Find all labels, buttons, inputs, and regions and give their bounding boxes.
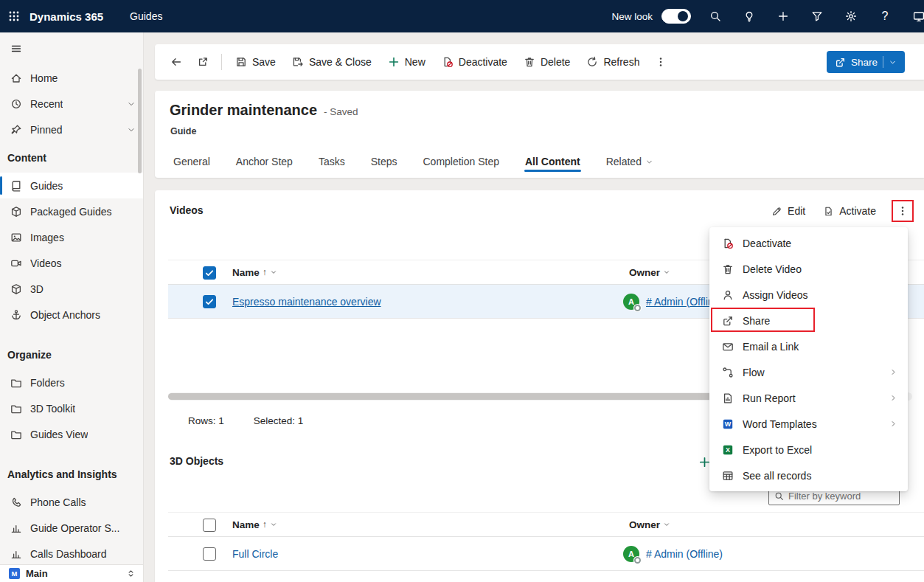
column-header-owner[interactable]: Owner xyxy=(629,513,670,536)
row-checkbox[interactable] xyxy=(203,295,216,308)
more-commands-button[interactable] xyxy=(648,49,673,75)
tab-related[interactable]: Related xyxy=(605,156,654,178)
sidebar-item-guides[interactable]: Guides xyxy=(0,173,143,198)
scrollbar-thumb[interactable] xyxy=(168,393,719,400)
delete-button[interactable]: Delete xyxy=(516,49,577,75)
videos-more-commands-button[interactable] xyxy=(894,202,911,220)
share-button[interactable]: Share xyxy=(827,51,905,73)
menu-item-run-report[interactable]: Run Report xyxy=(709,385,908,411)
sidebar-item-packaged-guides[interactable]: Packaged Guides xyxy=(0,198,143,224)
tab-tasks[interactable]: Tasks xyxy=(318,156,346,178)
area-switcher[interactable]: M Main xyxy=(0,564,143,582)
sidebar-item-calls-dashboard[interactable]: Calls Dashboard xyxy=(0,541,143,567)
sort-ascending-icon: ↑ xyxy=(263,519,267,530)
menu-item-see-all-records[interactable]: See all records xyxy=(709,463,908,488)
new-look-toggle[interactable] xyxy=(661,9,691,24)
filter-keyword-input[interactable] xyxy=(788,491,894,502)
menu-item-share[interactable]: Share xyxy=(709,308,908,333)
toggle-knob xyxy=(678,11,688,21)
sidebar-item-guides-view[interactable]: Guides View xyxy=(0,421,143,447)
app-name[interactable]: Guides xyxy=(130,10,162,22)
back-button[interactable] xyxy=(164,49,189,75)
filter-button[interactable] xyxy=(800,0,834,32)
sidebar-item-label: Pinned xyxy=(30,124,63,136)
column-header-owner[interactable]: Owner xyxy=(629,260,670,284)
menu-item-export-to-excel[interactable]: Export to Excel xyxy=(709,437,908,463)
save-and-close-button[interactable]: Save & Close xyxy=(285,49,379,75)
refresh-button[interactable]: Refresh xyxy=(579,49,647,75)
folder-icon xyxy=(10,429,22,440)
quick-create-button[interactable] xyxy=(766,0,800,32)
help-button[interactable]: ? xyxy=(868,0,902,32)
table-row[interactable]: Full Circle A # Admin (Offline) xyxy=(168,537,924,571)
refresh-label: Refresh xyxy=(603,56,639,68)
sidebar-item-home[interactable]: Home xyxy=(0,65,143,91)
area-switch-icon xyxy=(126,569,136,578)
sidebar-item-videos[interactable]: Videos xyxy=(0,250,143,276)
open-in-new-window-button[interactable] xyxy=(190,49,215,75)
sidebar-item-label: Object Anchors xyxy=(30,309,100,321)
sidebar-scrollbar[interactable] xyxy=(138,69,142,173)
video-record-link[interactable]: Espresso maintenance overview xyxy=(232,296,381,308)
menu-item-word-templates[interactable]: Word Templates xyxy=(709,411,908,437)
sidebar-item-label: Videos xyxy=(30,257,62,269)
tab-all-content[interactable]: All Content xyxy=(524,156,581,178)
video-camera-icon xyxy=(10,257,22,269)
menu-item-email-a-link[interactable]: Email a Link xyxy=(709,333,908,359)
sidebar-item-3d-toolkit[interactable]: 3D Toolkit xyxy=(0,395,143,421)
activate-icon xyxy=(823,206,834,217)
sidebar-item-recent[interactable]: Recent xyxy=(0,91,143,117)
select-all-checkbox[interactable] xyxy=(203,519,216,532)
menu-item-flow[interactable]: Flow xyxy=(709,359,908,385)
new-button[interactable]: New xyxy=(381,49,433,75)
sidebar-item-object-anchors[interactable]: Object Anchors xyxy=(0,302,143,328)
deactivate-button[interactable]: Deactivate xyxy=(434,49,515,75)
activate-button[interactable]: Activate xyxy=(815,199,884,223)
edit-label: Edit xyxy=(788,205,805,217)
menu-item-delete-video[interactable]: Delete Video xyxy=(709,256,908,282)
avatar: A xyxy=(623,546,639,562)
sidebar-section-organize: Organize xyxy=(0,328,143,370)
new-look-label: New look xyxy=(611,11,653,22)
app-launcher-icon[interactable] xyxy=(0,0,28,32)
sidebar-item-phone-calls[interactable]: Phone Calls xyxy=(0,489,143,515)
owner-link[interactable]: # Admin (Offline) xyxy=(646,548,723,560)
sidebar-item-pinned[interactable]: Pinned xyxy=(0,117,143,142)
sidebar-item-3d[interactable]: 3D xyxy=(0,276,143,302)
sidebar-item-label: Calls Dashboard xyxy=(30,548,107,560)
column-header-name[interactable]: Name↑ xyxy=(232,513,277,536)
share-icon xyxy=(835,57,846,68)
plus-icon xyxy=(388,56,400,68)
area-label: Main xyxy=(26,568,48,579)
chevron-down-icon xyxy=(270,521,277,528)
chevron-right-icon xyxy=(889,420,897,428)
search-button[interactable] xyxy=(698,0,732,32)
search-icon xyxy=(774,491,784,501)
save-button[interactable]: Save xyxy=(228,49,283,75)
folder-icon xyxy=(10,403,22,415)
sidebar-item-guide-operator[interactable]: Guide Operator S... xyxy=(0,515,143,541)
ideas-button[interactable] xyxy=(732,0,766,32)
tab-steps[interactable]: Steps xyxy=(370,156,398,178)
row-checkbox[interactable] xyxy=(203,547,216,561)
sidebar-item-images[interactable]: Images xyxy=(0,224,143,250)
edit-button[interactable]: Edit xyxy=(763,199,813,223)
topbar-actions: New look ? xyxy=(611,0,924,32)
object-record-link[interactable]: Full Circle xyxy=(232,548,278,560)
column-header-name[interactable]: Name↑ xyxy=(232,260,277,284)
menu-item-assign-videos[interactable]: Assign Videos xyxy=(709,282,908,308)
tab-completion-step[interactable]: Completion Step xyxy=(422,156,500,178)
tab-anchor-step[interactable]: Anchor Step xyxy=(235,156,293,178)
teams-panel-button[interactable] xyxy=(902,0,924,32)
sitemap-collapse-button[interactable] xyxy=(0,32,22,65)
app-brand[interactable]: Dynamics 365 xyxy=(29,10,103,23)
tab-general[interactable]: General xyxy=(173,156,211,178)
tab-label: Completion Step xyxy=(423,156,499,167)
menu-item-deactivate[interactable]: Deactivate xyxy=(709,230,908,256)
hamburger-icon xyxy=(10,43,22,55)
settings-button[interactable] xyxy=(834,0,868,32)
search-icon xyxy=(709,10,721,22)
chevron-down-icon xyxy=(127,100,136,108)
select-all-checkbox[interactable] xyxy=(203,266,216,280)
sidebar-item-folders[interactable]: Folders xyxy=(0,370,143,395)
